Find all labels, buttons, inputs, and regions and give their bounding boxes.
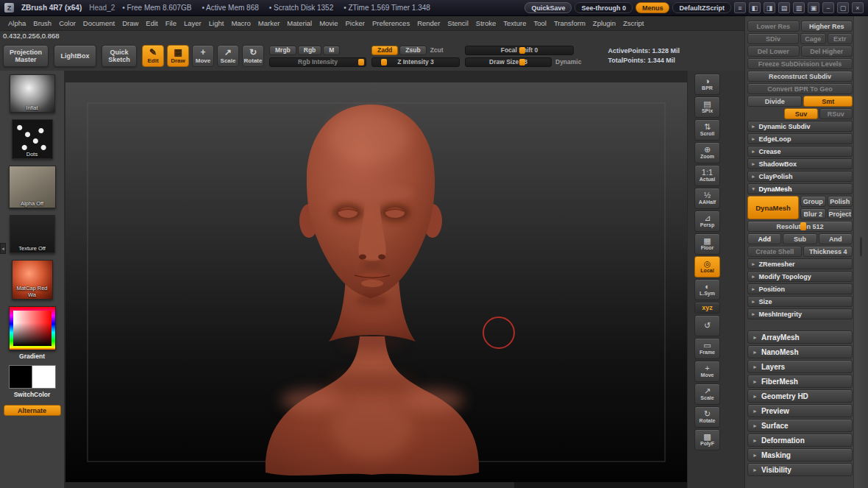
menu-item[interactable]: Tool: [530, 17, 549, 29]
lower-res-button[interactable]: Lower Res: [747, 21, 800, 32]
shelf-button[interactable]: ↗ Scale: [694, 383, 720, 405]
subsection-header[interactable]: ► EdgeLoop: [747, 133, 853, 144]
subpalette-header[interactable]: ► ArrayMesh: [747, 330, 853, 344]
lock-icon[interactable]: ▣: [808, 2, 819, 13]
cage-button[interactable]: Cage: [800, 33, 825, 44]
left-tray-toggle[interactable]: ◂: [0, 243, 6, 254]
add-toggle[interactable]: Add: [747, 233, 781, 244]
m-button[interactable]: M: [323, 46, 340, 55]
subpalette-header[interactable]: ► Layers: [747, 360, 853, 373]
menu-item[interactable]: Picker: [342, 17, 369, 29]
subpalette-header[interactable]: ► Deformation: [747, 434, 853, 447]
extr-button[interactable]: Extr: [828, 33, 853, 44]
subpalette-header[interactable]: ► Visibility: [747, 463, 853, 476]
slider-notch[interactable]: [358, 59, 364, 66]
document-canvas[interactable]: [65, 82, 687, 482]
divide-button[interactable]: Divide: [747, 96, 802, 107]
alpha-picker[interactable]: Alpha Off: [9, 166, 56, 208]
zadd-button[interactable]: Zadd: [371, 46, 398, 55]
menu-item[interactable]: File: [162, 17, 180, 29]
shelf-button[interactable]: ½ AAHalf: [694, 188, 720, 209]
default-zscript-button[interactable]: DefaultZScript: [672, 2, 731, 13]
subpalette-header[interactable]: ► Masking: [747, 448, 853, 462]
subsection-header[interactable]: ► Crease: [747, 146, 853, 157]
subpalette-header[interactable]: ► Surface: [747, 419, 853, 432]
shelf-button[interactable]: ▭ Frame: [694, 338, 720, 359]
subsection-header[interactable]: ► Modify Topology: [747, 271, 853, 282]
subpalette-header[interactable]: ► FiberMesh: [747, 375, 853, 388]
menus-button[interactable]: Menus: [636, 2, 670, 13]
create-shell-button[interactable]: Create Shell: [747, 246, 802, 257]
lightbox-button[interactable]: LightBox: [54, 45, 96, 67]
menu-item[interactable]: Alpha: [4, 17, 29, 29]
left-tray-icon[interactable]: ◧: [749, 2, 761, 13]
color-picker[interactable]: [9, 306, 56, 350]
rsuv-toggle[interactable]: RSuv: [819, 108, 853, 119]
mode-button[interactable]: ↻ Rotate: [242, 45, 264, 67]
close-icon[interactable]: ×: [852, 2, 864, 13]
menu-item[interactable]: Stencil: [444, 17, 472, 29]
dynamesh-button[interactable]: DynaMesh: [747, 196, 799, 219]
texture-picker[interactable]: Texture Off: [10, 215, 55, 253]
subsection-header[interactable]: ► Position: [747, 283, 853, 294]
menu-item[interactable]: Movie: [316, 17, 341, 29]
subpalette-header[interactable]: ► Geometry HD: [747, 389, 853, 403]
material-picker[interactable]: MatCap Red Wa: [12, 260, 53, 300]
menu-item[interactable]: Color: [55, 17, 79, 29]
convert-bpr-button[interactable]: Convert BPR To Geo: [747, 83, 853, 94]
shelf-button[interactable]: ⊕ Zoom: [694, 142, 720, 163]
brush-picker[interactable]: Inflat: [10, 74, 55, 113]
menu-item[interactable]: Material: [283, 17, 316, 29]
del-lower-button[interactable]: Del Lower: [747, 46, 800, 57]
z-intensity-slider[interactable]: Z Intensity 3: [371, 57, 460, 67]
menu-item[interactable]: Texture: [499, 17, 530, 29]
subsection-header[interactable]: ► MeshIntegrity: [747, 308, 853, 319]
zsub-button[interactable]: Zsub: [399, 46, 426, 55]
del-higher-button[interactable]: Del Higher: [801, 46, 853, 57]
mode-button[interactable]: + Move: [192, 45, 214, 67]
rgb-button[interactable]: Rgb: [298, 46, 322, 55]
quicksave-button[interactable]: QuickSave: [524, 2, 572, 13]
subpalette-header[interactable]: ► NanoMesh: [747, 345, 853, 358]
slider-notch[interactable]: [519, 47, 525, 54]
menu-item[interactable]: Brush: [29, 17, 55, 29]
mode-button[interactable]: ▦ Draw: [167, 45, 189, 67]
reconstruct-subdiv-button[interactable]: Reconstruct Subdiv: [747, 71, 853, 82]
shelf-button[interactable]: ▤ SPix: [694, 96, 720, 118]
saturation-value-box[interactable]: [13, 311, 51, 346]
resolution-slider[interactable]: Resolution 512: [747, 221, 853, 232]
smt-toggle[interactable]: Smt: [803, 96, 853, 107]
mode-button[interactable]: ↗ Scale: [217, 45, 239, 67]
shelf-button[interactable]: + Move: [694, 361, 720, 382]
menu-item[interactable]: Macro: [227, 17, 254, 29]
subpalette-header[interactable]: ► Preview: [747, 404, 853, 417]
shelf-button[interactable]: ▦ Floor: [694, 233, 720, 255]
slider-notch[interactable]: [800, 222, 806, 230]
zcut-label[interactable]: Zcut: [428, 46, 446, 54]
shelf-button[interactable]: ◐ L.Sym: [694, 279, 720, 300]
main-color-swatch[interactable]: [9, 365, 32, 389]
menu-item[interactable]: Render: [413, 17, 444, 29]
shelf-button[interactable]: xyz: [694, 302, 720, 314]
menu-item[interactable]: Layer: [180, 17, 205, 29]
alternate-button[interactable]: Alternate: [4, 405, 61, 416]
menu-item[interactable]: Document: [79, 17, 118, 29]
shelf-button[interactable]: ⊿ Persp: [694, 211, 720, 232]
minimize-icon[interactable]: −: [822, 2, 834, 13]
quick-sketch-button[interactable]: Quick Sketch: [102, 45, 137, 67]
dynamic-label[interactable]: Dynamic: [553, 58, 583, 66]
shelf-button[interactable]: ⇅ Scroll: [694, 119, 720, 141]
menu-item[interactable]: Transform: [550, 17, 589, 29]
mrgb-button[interactable]: Mrgb: [269, 46, 296, 55]
freeze-subdivision-button[interactable]: Freeze SubDivision Levels: [747, 58, 853, 69]
draw-size-slider[interactable]: Draw Size 73: [465, 57, 552, 67]
shelf-button[interactable]: ↻ Rotate: [694, 406, 720, 428]
subsection-header[interactable]: ► ShadowBox: [747, 158, 853, 169]
divider-grip[interactable]: [860, 237, 862, 256]
menu-item[interactable]: Edit: [142, 17, 161, 29]
and-toggle[interactable]: And: [819, 233, 853, 244]
subsection-header[interactable]: ► ClayPolish: [747, 171, 853, 182]
dynamesh-section-header[interactable]: ▼ DynaMesh: [747, 183, 853, 194]
menu-item[interactable]: Stroke: [472, 17, 499, 29]
menu-item[interactable]: Marker: [255, 17, 284, 29]
